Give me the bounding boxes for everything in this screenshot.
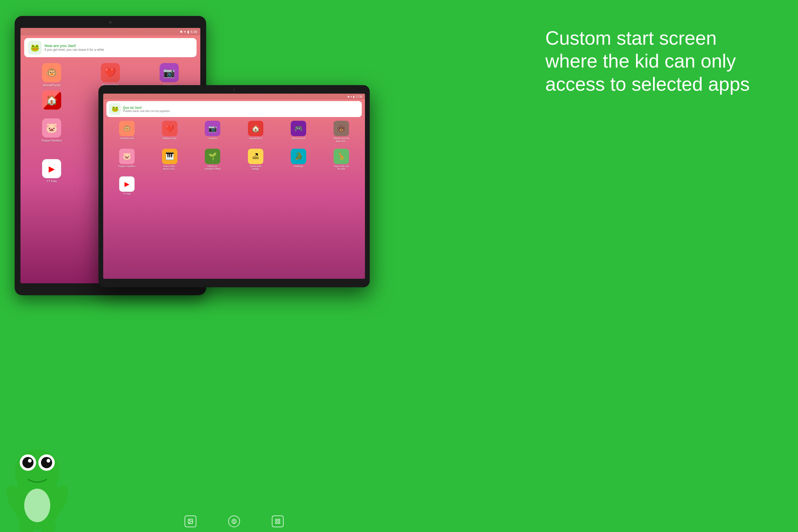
tagline-line2: where the kid can only <box>545 50 772 72</box>
app-label-peppa-front: Peppa Paintbox <box>118 165 135 168</box>
list-item[interactable]: 🎹 Piano Kids - Music Son... <box>149 149 190 171</box>
svg-point-16 <box>46 459 50 462</box>
bt-icon-front: ✱ <box>347 95 349 98</box>
app-label-zoo-front: Trip to the zoo for kids <box>332 165 350 171</box>
app-icon-gamekids-front: 🏠 <box>248 121 263 136</box>
app-label-animal-back: AnimalPuzzle <box>43 83 61 87</box>
battery-icon-front: ▮ <box>353 95 355 98</box>
list-item[interactable]: 🌱 Plants vs. Zombies FREE <box>192 149 233 171</box>
svg-point-3 <box>233 520 233 521</box>
tagline-line3: access to selected apps <box>545 73 772 95</box>
app-label-camera-front: Camara <box>208 137 217 140</box>
app-label-balloon-front: Balloon Pop! <box>163 137 176 140</box>
nav-gallery-button[interactable] <box>185 515 196 527</box>
list-item[interactable]: 🏖 Sandcastle Badge <box>235 149 276 171</box>
tablet-back-status-bar: ✱ ▾ ▮ 5:39 <box>20 28 200 35</box>
app-icon-animal-front: 🐵 <box>119 121 135 136</box>
frog-avatar-back: 🐸 <box>28 41 42 55</box>
tablet-front: ✱ ▾ ▮ 17:36 🐸 Que tal Javi! Puedes hacer… <box>98 85 370 287</box>
list-item[interactable]: ❤️ Balloon Pop! <box>83 63 138 87</box>
apps-grid-front-row1: 🐵 AnimalPuzzle ❤️ Balloon Pop! 📷 Camara … <box>103 119 365 145</box>
bt-icon: ✱ <box>180 30 183 34</box>
list-item[interactable]: 📷 Camara <box>141 63 196 87</box>
list-item[interactable]: 🦒 Trip to the zoo for kids <box>321 149 362 171</box>
app-icon-sandcastle-front: 🏖 <box>248 149 263 164</box>
tablet-front-notification: 🐸 Que tal Javi! Puedes hacer una foto co… <box>107 101 362 117</box>
app-label-masha-front: Masha and the Bear Ed... <box>332 137 350 143</box>
tagline-line1: Custom start screen <box>545 26 772 50</box>
wifi-icon-front: ▾ <box>350 95 352 98</box>
time-front: 17:36 <box>356 95 362 98</box>
app-label-swampy-front: Swampy <box>294 165 303 168</box>
app-label-yt-back: YT Kids <box>46 179 57 183</box>
frog-mascot <box>0 431 75 532</box>
camera-front <box>233 89 235 91</box>
svg-point-15 <box>28 459 32 462</box>
list-item[interactable]: 🐻 Masha and the Bear Ed... <box>321 121 362 143</box>
camera-back <box>109 21 111 23</box>
svg-rect-5 <box>276 519 277 521</box>
notif-text-front: Que tal Javi! Puedes hacer una foto con … <box>123 106 170 113</box>
app-icon-camera-front: 📷 <box>205 121 220 136</box>
tagline-block: Custom start screen where the kid can on… <box>545 26 772 95</box>
app-label-yt-front: YT Kids <box>122 193 131 195</box>
list-item[interactable]: ❤️ Balloon Pop! <box>149 121 190 143</box>
app-icon-peppa-back: 🐷 <box>42 118 61 137</box>
tablet-front-status-bar: ✱ ▾ ▮ 17:36 <box>103 94 365 99</box>
list-item[interactable]: 🐷 Peppa Paintbox <box>107 149 147 171</box>
notif-title-back: How are you Javi! <box>44 44 104 48</box>
list-item[interactable]: 🐵 AnimalPuzzle <box>24 63 79 87</box>
svg-point-10 <box>15 450 60 494</box>
tablet-front-screen: ✱ ▾ ▮ 17:36 🐸 Que tal Javi! Puedes hacer… <box>103 94 365 279</box>
app-icon-piano-front: 🎹 <box>162 149 177 164</box>
time-back: 5:39 <box>190 30 197 34</box>
svg-point-2 <box>232 519 236 524</box>
app-icon-balloon-front: ❤️ <box>162 121 177 136</box>
svg-rect-6 <box>278 519 280 521</box>
list-item[interactable]: 📷 Camara <box>192 121 233 143</box>
svg-point-1 <box>189 520 190 521</box>
app-icon-yt-back: ▶ <box>42 159 61 178</box>
nav-face-button[interactable] <box>228 515 240 527</box>
apps-grid-front-row3: ▶ YT Kids <box>103 174 365 198</box>
list-item[interactable]: 🐊 Swampy <box>278 149 319 171</box>
list-item[interactable]: 🐷 Peppa Paintbox <box>24 118 79 142</box>
app-icon-peppa-front: 🐷 <box>119 149 135 164</box>
svg-point-4 <box>234 520 235 521</box>
app-icon-camera-back: 📷 <box>159 63 179 82</box>
svg-rect-7 <box>276 522 277 524</box>
list-item[interactable]: 🏠 GameKids 5 <box>235 121 276 143</box>
list-item[interactable]: 🎮 MarcusLevel <box>278 121 319 143</box>
app-label-plants-front: Plants vs. Zombies FREE <box>204 165 222 171</box>
app-label-animal-front: AnimalPuzzle <box>119 137 134 140</box>
list-item[interactable]: 🐵 AnimalPuzzle <box>107 121 147 143</box>
bottom-nav-bar <box>98 511 370 532</box>
app-label-gamekids-front: GameKids 5 <box>249 137 262 140</box>
list-item[interactable]: ▶ YT Kids <box>107 176 147 195</box>
frog-avatar-front: 🐸 <box>109 103 121 115</box>
app-icon-swampy-front: 🐊 <box>291 149 306 164</box>
app-label-marcus-front: MarcusLevel <box>291 137 305 140</box>
svg-point-14 <box>41 457 52 468</box>
notif-title-front: Que tal Javi! <box>123 106 170 110</box>
list-item[interactable]: 🏠 <box>24 91 79 111</box>
nav-grid-button[interactable] <box>272 515 284 527</box>
app-icon-yt-front: ▶ <box>119 176 135 192</box>
app-label-sandcastle-front: Sandcastle Badge <box>247 165 265 171</box>
status-icons: ✱ ▾ ▮ 5:39 <box>180 30 197 34</box>
battery-icon: ▮ <box>187 30 189 34</box>
app-icon-balloon-back: ❤️ <box>101 63 120 82</box>
app-label-piano-front: Piano Kids - Music Son... <box>161 165 179 171</box>
svg-point-21 <box>24 489 50 522</box>
list-item[interactable]: ▶ YT Kids <box>24 159 79 183</box>
app-icon-zoo-front: 🦒 <box>334 149 349 164</box>
notif-text-back: How are you Javi! If you get tired, you … <box>44 44 104 52</box>
app-icon-masha-front: 🐻 <box>334 121 349 136</box>
svg-rect-8 <box>278 522 280 524</box>
app-label-peppa-back: Peppa Paintbox <box>41 139 62 142</box>
notif-body-front: Puedes hacer una foto con tus juguetes <box>123 110 170 113</box>
app-icon-extra1-back: 🏠 <box>42 91 61 110</box>
apps-grid-front-row2: 🐷 Peppa Paintbox 🎹 Piano Kids - Music So… <box>103 147 365 173</box>
app-icon-animal-back: 🐵 <box>42 63 61 82</box>
notif-body-back: If you get tired, you can leave it for a… <box>44 48 104 52</box>
